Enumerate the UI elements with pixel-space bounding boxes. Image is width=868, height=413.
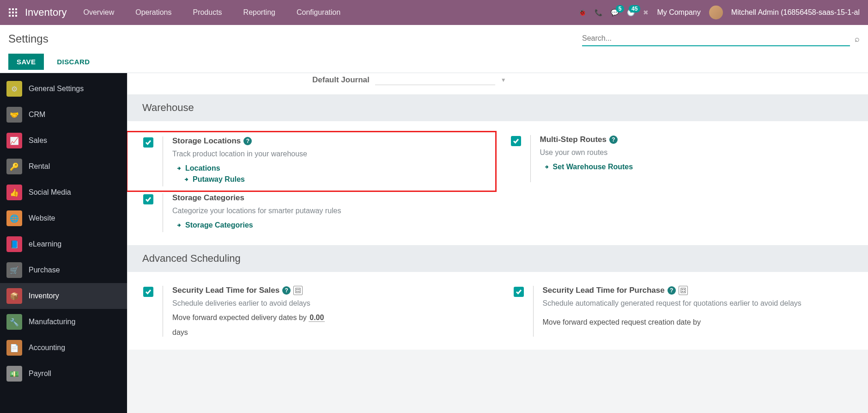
default-journal-field: Default Journal ▼ <box>127 73 868 94</box>
thumbs-up-icon: 👍 <box>6 185 22 200</box>
storage-categories-checkbox[interactable] <box>143 194 153 204</box>
help-icon[interactable]: ? <box>668 286 676 295</box>
wrench-icon: 🔧 <box>6 314 22 330</box>
sidebar-item-social-media[interactable]: 👍Social Media <box>0 179 127 205</box>
divider <box>163 193 163 232</box>
svg-rect-2 <box>15 8 17 10</box>
default-journal-select[interactable] <box>375 75 495 85</box>
svg-rect-6 <box>9 15 11 17</box>
multistep-title: Multi-Step Routes <box>540 135 607 144</box>
sidebar-item-purchase[interactable]: 🛒Purchase <box>0 257 127 283</box>
topmenu-operations[interactable]: Operations <box>132 6 175 19</box>
help-icon[interactable]: ? <box>243 137 252 145</box>
svg-rect-13 <box>298 291 299 292</box>
topmenu-products[interactable]: Products <box>189 6 225 19</box>
putaway-rules-link-label: Putaway Rules <box>193 175 245 184</box>
option-security-lead-purchase: Security Lead Time for Purchase ? Schedu… <box>498 283 868 345</box>
settings-main[interactable]: Default Journal ▼ Warehouse Storage Loca… <box>127 73 868 413</box>
app-name[interactable]: Inventory <box>25 6 67 18</box>
svg-rect-10 <box>297 289 297 290</box>
user-menu[interactable]: Mitchell Admin (16856458-saas-15-1-al <box>731 8 860 17</box>
book-icon: 📘 <box>6 236 22 252</box>
security-purchase-desc: Schedule automatically generated request… <box>543 298 857 309</box>
svg-rect-3 <box>9 12 11 13</box>
search-wrap: ⌕ <box>582 31 860 46</box>
divider <box>530 135 531 182</box>
sidebar-item-elearning[interactable]: 📘eLearning <box>0 231 127 257</box>
topmenu-configuration[interactable]: Configuration <box>293 6 344 19</box>
section-warehouse-header: Warehouse <box>127 94 868 121</box>
topmenu-reporting[interactable]: Reporting <box>240 6 279 19</box>
chevron-down-icon[interactable]: ▼ <box>501 77 506 83</box>
sidebar-item-manufacturing[interactable]: 🔧Manufacturing <box>0 309 127 335</box>
subheader: Settings ⌕ SAVE DISCARD <box>0 25 868 73</box>
key-icon: 🔑 <box>6 159 22 174</box>
option-storage-locations: Storage Locations ? Track product locati… <box>127 131 497 192</box>
sidebar-item-label: Accounting <box>29 344 65 352</box>
discard-button[interactable]: DISCARD <box>52 54 94 70</box>
security-sales-days-label: days <box>172 328 487 337</box>
advanced-options: Security Lead Time for Sales ? Schedule … <box>127 272 868 350</box>
svg-rect-8 <box>15 15 17 17</box>
sidebar-item-label: CRM <box>29 111 45 119</box>
svg-rect-18 <box>684 291 685 292</box>
building-icon[interactable] <box>679 286 688 295</box>
section-advanced-header: Advanced Scheduling <box>127 245 868 272</box>
help-icon[interactable]: ? <box>609 136 618 144</box>
svg-rect-12 <box>297 291 297 292</box>
security-sales-days-input[interactable]: 0.00 <box>309 314 325 322</box>
sidebar-item-label: Manufacturing <box>29 318 75 326</box>
building-icon[interactable] <box>293 286 303 295</box>
set-warehouse-routes-link[interactable]: Set Warehouse Routes <box>540 163 855 171</box>
sidebar-item-payroll[interactable]: 💵Payroll <box>0 361 127 387</box>
save-button[interactable]: SAVE <box>8 54 44 70</box>
svg-rect-5 <box>15 12 17 13</box>
security-sales-extra: Move forward expected delivery dates by … <box>172 314 487 322</box>
activities-icon[interactable]: 🕐45 <box>627 9 635 16</box>
search-input[interactable] <box>582 31 850 46</box>
activities-count: 45 <box>629 5 640 12</box>
sidebar-item-accounting[interactable]: 📄Accounting <box>0 335 127 361</box>
security-purchase-checkbox[interactable] <box>514 287 524 297</box>
messages-count: 5 <box>616 5 625 12</box>
storage-locations-checkbox[interactable] <box>143 137 153 148</box>
bug-icon[interactable]: 🐞 <box>578 9 586 16</box>
messages-icon[interactable]: 💬5 <box>611 9 619 16</box>
svg-rect-15 <box>682 289 683 290</box>
sidebar-item-label: Inventory <box>29 292 59 300</box>
sidebar-item-general-settings[interactable]: ⚙General Settings <box>0 76 127 102</box>
sidebar-item-sales[interactable]: 📈Sales <box>0 128 127 154</box>
svg-rect-17 <box>682 291 683 292</box>
option-multistep-routes: Multi-Step Routes ? Use your own routes … <box>495 132 866 191</box>
locations-link[interactable]: Locations <box>172 164 484 173</box>
help-icon[interactable]: ? <box>282 286 291 295</box>
storage-categories-link[interactable]: Storage Categories <box>172 221 487 229</box>
putaway-rules-link[interactable]: Putaway Rules <box>172 175 484 184</box>
top-menu: Overview Operations Products Reporting C… <box>80 6 345 19</box>
sidebar-item-label: Rental <box>29 162 50 171</box>
sidebar-item-inventory[interactable]: 📦Inventory <box>0 283 127 309</box>
company-switcher[interactable]: My Company <box>657 8 700 17</box>
page-title: Settings <box>8 32 49 45</box>
apps-launcher-icon[interactable] <box>5 4 21 21</box>
sidebar-item-label: eLearning <box>29 240 61 248</box>
locations-link-label: Locations <box>185 164 220 173</box>
security-sales-checkbox[interactable] <box>143 287 153 297</box>
sidebar-item-label: Sales <box>29 136 47 145</box>
divider <box>163 286 163 337</box>
topmenu-overview[interactable]: Overview <box>80 6 118 19</box>
sidebar-item-rental[interactable]: 🔑Rental <box>0 154 127 179</box>
money-icon: 💵 <box>6 366 22 382</box>
security-sales-desc: Schedule deliveries earlier to avoid del… <box>172 298 487 309</box>
sidebar-item-website[interactable]: 🌐Website <box>0 205 127 231</box>
tools-icon[interactable]: ✖ <box>643 9 649 16</box>
topbar-right: 🐞 📞 💬5 🕐45 ✖ My Company Mitchell Admin (… <box>578 6 863 19</box>
multistep-routes-checkbox[interactable] <box>511 136 521 146</box>
phone-icon[interactable]: 📞 <box>595 9 602 16</box>
search-icon[interactable]: ⌕ <box>855 34 860 44</box>
warehouse-options: Storage Locations ? Track product locati… <box>127 121 868 245</box>
sidebar-item-crm[interactable]: 🤝CRM <box>0 102 127 128</box>
cart-icon: 🛒 <box>6 262 22 278</box>
option-storage-categories: Storage Categories Categorize your locat… <box>127 191 498 240</box>
avatar[interactable] <box>709 6 723 19</box>
